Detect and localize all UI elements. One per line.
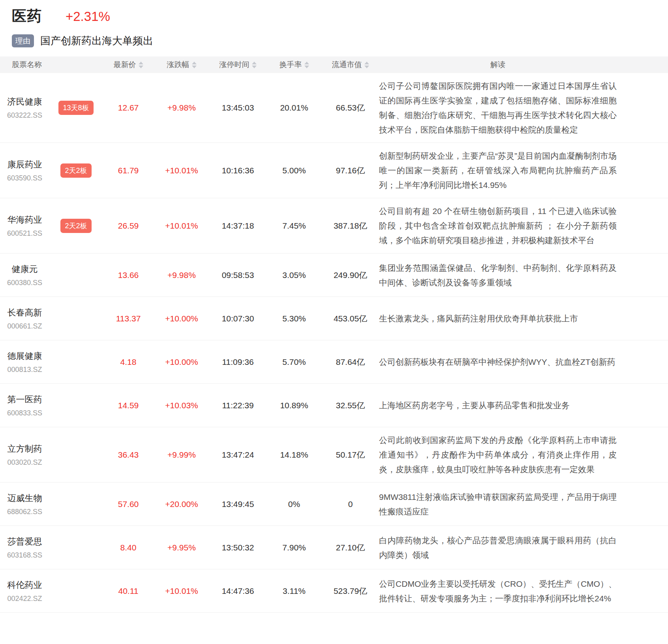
column-header-latest-price[interactable]: 最新价 bbox=[103, 60, 154, 70]
analysis-text: 上海地区药房老字号，主要从事药品零售和批发业务 bbox=[379, 398, 668, 413]
column-label: 涨跌幅 bbox=[167, 60, 190, 70]
limit-up-time: 13:47:24 bbox=[209, 450, 266, 460]
sort-icon[interactable] bbox=[192, 62, 197, 68]
sort-up-arrow bbox=[304, 62, 309, 64]
sort-down-arrow bbox=[304, 66, 309, 68]
latest-price: 36.43 bbox=[103, 450, 154, 460]
latest-price: 57.60 bbox=[103, 499, 154, 509]
sort-icon[interactable] bbox=[304, 62, 309, 68]
limit-up-time: 10:07:30 bbox=[209, 314, 266, 323]
stock-name[interactable]: 济民健康 bbox=[8, 96, 42, 108]
turnover-rate: 5.30% bbox=[266, 314, 322, 323]
latest-price: 12.67 bbox=[103, 103, 154, 113]
stock-name[interactable]: 德展健康 bbox=[8, 350, 42, 362]
change-percent: +9.99% bbox=[154, 450, 209, 460]
sort-up-arrow bbox=[192, 62, 197, 64]
stock-name-cell[interactable]: 德展健康 000813.SZ bbox=[0, 350, 49, 374]
stock-name-cell[interactable]: 科伦药业 002422.SZ bbox=[0, 579, 49, 603]
market-cap: 523.79亿 bbox=[322, 586, 379, 597]
analysis-text: 公司CDMO业务主要以受托研发（CRO）、受托生产（CMO）、批件转让、研发专项… bbox=[379, 576, 668, 606]
latest-price: 4.18 bbox=[103, 357, 154, 367]
table-row[interactable]: 长春高新 000661.SZ 113.37 +10.00% 10:07:30 5… bbox=[0, 297, 668, 340]
market-cap: 50.17亿 bbox=[322, 449, 379, 460]
limit-up-time: 09:58:53 bbox=[209, 270, 266, 280]
stock-name-cell[interactable]: 华海药业 600521.SS bbox=[0, 214, 49, 238]
column-header-change-percent[interactable]: 涨跌幅 bbox=[154, 60, 209, 70]
stock-name[interactable]: 迈威生物 bbox=[8, 492, 42, 504]
stock-name-cell[interactable]: 立方制药 003020.SZ bbox=[0, 443, 49, 467]
analysis-text: 创新型制药研发企业，主要产品“苏灵”是目前国内血凝酶制剂市场唯一的国家一类新药，… bbox=[379, 148, 668, 192]
limit-up-time: 11:09:36 bbox=[209, 357, 266, 367]
limit-up-time: 13:45:03 bbox=[209, 103, 266, 113]
latest-price: 14.59 bbox=[103, 401, 154, 410]
column-header-turnover-rate[interactable]: 换手率 bbox=[266, 60, 322, 70]
stock-name[interactable]: 健康元 bbox=[12, 263, 38, 275]
stock-name[interactable]: 康辰药业 bbox=[8, 159, 42, 171]
turnover-rate: 7.45% bbox=[266, 221, 322, 231]
stock-name[interactable]: 立方制药 bbox=[8, 443, 42, 455]
change-percent: +10.03% bbox=[154, 401, 209, 410]
column-header-limit-up-time[interactable]: 涨停时间 bbox=[209, 60, 266, 70]
stock-name-cell[interactable]: 莎普爱思 603168.SS bbox=[0, 536, 49, 560]
market-cap: 0 bbox=[322, 499, 379, 509]
change-percent: +10.00% bbox=[154, 357, 209, 367]
limit-up-time: 10:16:36 bbox=[209, 166, 266, 175]
sort-icon[interactable] bbox=[252, 62, 257, 68]
table-row[interactable]: 德展健康 000813.SZ 4.18 +10.00% 11:09:36 5.7… bbox=[0, 340, 668, 384]
column-header-stock-name: 股票名称 bbox=[0, 60, 103, 70]
sort-up-arrow bbox=[139, 62, 143, 64]
column-label: 最新价 bbox=[114, 60, 136, 70]
turnover-rate: 3.05% bbox=[266, 270, 322, 280]
analysis-text: 公司目前有超 20 个在研生物创新药项目，11 个已进入临床试验阶段，其中包含全… bbox=[379, 204, 668, 248]
stock-code: 600521.SS bbox=[7, 229, 42, 238]
sort-up-arrow bbox=[364, 62, 369, 64]
table-row[interactable]: 康辰药业 603590.SS 2天2板 61.79 +10.01% 10:16:… bbox=[0, 143, 668, 198]
table-row[interactable]: 科伦药业 002422.SZ 40.11 +10.01% 14:47:36 3.… bbox=[0, 569, 668, 613]
stock-name-cell[interactable]: 长春高新 000661.SZ bbox=[0, 307, 49, 330]
latest-price: 13.66 bbox=[103, 270, 154, 280]
limit-up-badge: 13天8板 bbox=[58, 101, 93, 115]
sort-down-arrow bbox=[139, 66, 143, 68]
limit-up-time: 14:47:36 bbox=[209, 586, 266, 596]
table-row[interactable]: 华海药业 600521.SS 2天2板 26.59 +10.01% 14:37:… bbox=[0, 198, 668, 253]
latest-price: 26.59 bbox=[103, 221, 154, 231]
table-row[interactable]: 迈威生物 688062.SS 57.60 +20.00% 13:49:45 0%… bbox=[0, 483, 668, 526]
stock-name[interactable]: 第一医药 bbox=[8, 394, 42, 406]
turnover-rate: 5.00% bbox=[266, 166, 322, 175]
stock-code: 603590.SS bbox=[7, 174, 42, 182]
sort-down-arrow bbox=[252, 66, 257, 68]
sort-icon[interactable] bbox=[364, 62, 369, 68]
market-cap: 27.10亿 bbox=[322, 542, 379, 553]
column-label: 涨停时间 bbox=[220, 60, 250, 70]
stock-name[interactable]: 莎普爱思 bbox=[8, 536, 42, 548]
stock-name-cell[interactable]: 济民健康 603222.SS bbox=[0, 96, 49, 120]
stock-name[interactable]: 科伦药业 bbox=[8, 579, 42, 591]
sort-icon[interactable] bbox=[139, 62, 143, 68]
sort-up-arrow bbox=[252, 62, 257, 64]
market-cap: 97.16亿 bbox=[322, 165, 379, 176]
table-row[interactable]: 第一医药 600833.SS 14.59 +10.03% 11:22:39 10… bbox=[0, 384, 668, 427]
latest-price: 40.11 bbox=[103, 586, 154, 596]
stock-code: 000813.SZ bbox=[7, 366, 42, 374]
latest-price: 8.40 bbox=[103, 543, 154, 552]
sector-header: 医药 +2.31% 理由 国产创新药出海大单频出 bbox=[0, 0, 668, 48]
change-percent: +9.98% bbox=[154, 103, 209, 113]
table-row[interactable]: 济民健康 603222.SS 13天8板 12.67 +9.98% 13:45:… bbox=[0, 73, 668, 143]
stock-name[interactable]: 长春高新 bbox=[8, 307, 42, 319]
market-cap: 249.90亿 bbox=[322, 270, 379, 281]
column-label: 换手率 bbox=[280, 60, 302, 70]
market-cap: 453.05亿 bbox=[322, 313, 379, 324]
table-row[interactable]: 莎普爱思 603168.SS 8.40 +9.95% 13:50:32 7.90… bbox=[0, 526, 668, 569]
table-row[interactable]: 立方制药 003020.SZ 36.43 +9.99% 13:47:24 14.… bbox=[0, 427, 668, 483]
table-row[interactable]: 健康元 600380.SS 13.66 +9.98% 09:58:53 3.05… bbox=[0, 253, 668, 297]
turnover-rate: 5.70% bbox=[266, 357, 322, 367]
stock-name-cell[interactable]: 康辰药业 603590.SS bbox=[0, 159, 49, 182]
stock-name-cell[interactable]: 迈威生物 688062.SS bbox=[0, 492, 49, 516]
stock-name[interactable]: 华海药业 bbox=[8, 214, 42, 226]
column-header-market-cap[interactable]: 流通市值 bbox=[322, 60, 379, 70]
stock-name-cell[interactable]: 健康元 600380.SS bbox=[0, 263, 49, 287]
market-cap: 32.55亿 bbox=[322, 400, 379, 411]
stock-code: 600833.SS bbox=[7, 409, 42, 417]
market-cap: 387.18亿 bbox=[322, 220, 379, 231]
stock-name-cell[interactable]: 第一医药 600833.SS bbox=[0, 394, 49, 417]
